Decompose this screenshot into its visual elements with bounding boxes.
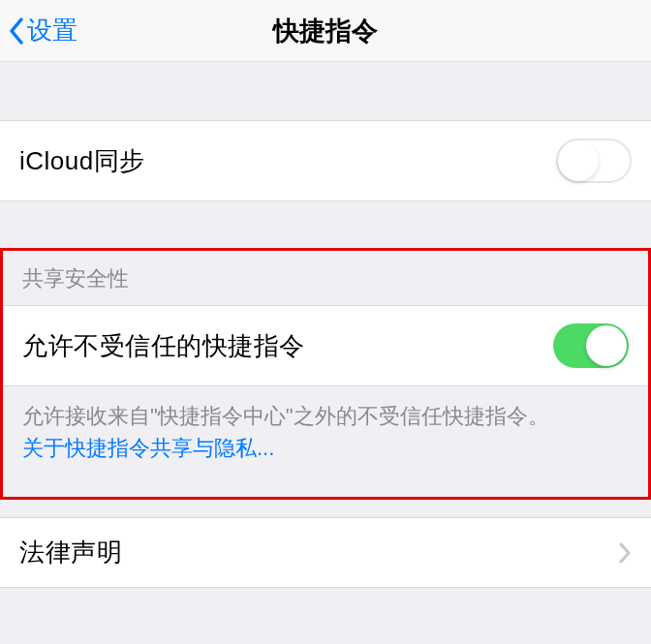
allow-untrusted-toggle[interactable]	[553, 323, 629, 368]
toggle-knob	[586, 325, 627, 366]
icloud-sync-label: iCloud同步	[19, 144, 145, 178]
back-label: 设置	[27, 14, 78, 47]
legal-label: 法律声明	[19, 536, 122, 569]
footer-text: 允许接收来自"快捷指令中心"之外的不受信任快捷指令。	[22, 404, 549, 428]
icloud-sync-row[interactable]: iCloud同步	[0, 120, 651, 201]
page-title: 快捷指令	[273, 14, 378, 48]
toggle-knob	[558, 140, 599, 181]
sharing-security-section: 共享安全性 允许不受信任的快捷指令 允许接收来自"快捷指令中心"之外的不受信任快…	[0, 248, 651, 500]
chevron-left-icon	[8, 16, 25, 46]
allow-untrusted-label: 允许不受信任的快捷指令	[22, 329, 305, 363]
spacer	[0, 62, 651, 120]
icloud-sync-toggle[interactable]	[556, 138, 632, 183]
privacy-link[interactable]: 关于快捷指令共享与隐私...	[22, 436, 274, 460]
legal-row[interactable]: 法律声明	[0, 517, 651, 588]
allow-untrusted-row[interactable]: 允许不受信任的快捷指令	[3, 305, 648, 386]
section-footer: 允许接收来自"快捷指令中心"之外的不受信任快捷指令。 关于快捷指令共享与隐私..…	[3, 386, 648, 497]
navigation-bar: 设置 快捷指令	[0, 0, 651, 62]
back-button[interactable]: 设置	[0, 14, 78, 47]
chevron-right-icon	[618, 542, 632, 564]
section-header: 共享安全性	[3, 251, 648, 305]
